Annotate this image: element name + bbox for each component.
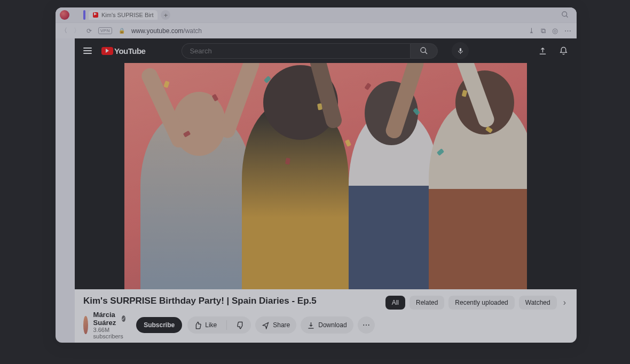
svg-line-3 [425, 52, 427, 54]
svg-point-0 [562, 12, 567, 17]
download-button[interactable]: Download [301, 316, 353, 334]
video-player[interactable] [124, 63, 527, 289]
tab-title: Kim's SUPRISE Birt [101, 12, 153, 18]
youtube-favicon-icon [93, 12, 98, 18]
address-bar[interactable]: www.youtube.com/watch [131, 27, 522, 35]
upload-icon[interactable] [538, 46, 547, 56]
subscribe-button[interactable]: Subscribe [136, 317, 182, 333]
nav-forward-button[interactable]: 〉 [74, 26, 80, 35]
subscriber-count: 3.66M subscribers [93, 327, 126, 339]
svg-rect-4 [460, 48, 461, 52]
youtube-logo[interactable]: YouTube [101, 46, 145, 56]
workspace-indicator[interactable] [83, 10, 85, 20]
more-actions-button[interactable]: ⋯ [358, 316, 375, 334]
like-label: Like [205, 321, 217, 329]
vpn-badge[interactable]: VPN [98, 27, 112, 34]
reload-button[interactable]: ⟳ [86, 27, 92, 35]
verified-badge-icon: ✓ [122, 315, 125, 322]
svg-point-2 [421, 48, 426, 52]
search-button[interactable] [410, 43, 438, 59]
youtube-play-icon [101, 47, 113, 55]
svg-line-1 [566, 15, 568, 17]
youtube-wordmark: YouTube [114, 46, 145, 56]
browser-search-icon[interactable] [561, 11, 569, 19]
channel-name[interactable]: Márcia Suárez [93, 311, 119, 327]
addressbar-more-icon[interactable]: ⋯ [564, 27, 571, 35]
share-button[interactable]: Share [255, 316, 296, 334]
video-frame [124, 63, 527, 289]
snapshot-icon[interactable]: ◎ [552, 27, 558, 35]
related-chips-row: All Related Recently uploaded Watched › [385, 296, 568, 310]
search-input[interactable] [182, 43, 410, 59]
opera-logo-icon[interactable] [60, 10, 69, 20]
dislike-button[interactable] [230, 318, 251, 333]
browser-tab[interactable]: Kim's SUPRISE Birt [89, 10, 158, 20]
chip-related[interactable]: Related [410, 296, 444, 310]
chip-all[interactable]: All [385, 296, 405, 310]
share-label: Share [273, 321, 290, 329]
new-tab-button[interactable]: + [161, 10, 170, 20]
lock-icon[interactable]: 🔒 [119, 28, 125, 34]
like-dislike-group: Like [187, 316, 251, 334]
chip-recently-uploaded[interactable]: Recently uploaded [448, 296, 514, 310]
chips-scroll-right-button[interactable]: › [561, 298, 568, 307]
hamburger-menu-button[interactable] [83, 48, 92, 54]
download-label: Download [318, 321, 346, 329]
url-host: www.youtube.com [131, 27, 183, 35]
channel-avatar[interactable] [83, 316, 88, 334]
video-title: Kim's SURPRISE Birthday Party! | Spain D… [83, 296, 375, 306]
chip-watched[interactable]: Watched [519, 296, 557, 310]
url-path: /watch [183, 27, 202, 35]
crop-icon[interactable]: ⧉ [541, 27, 546, 35]
voice-search-button[interactable] [452, 42, 469, 59]
nav-back-button[interactable]: 〈 [61, 26, 67, 35]
notifications-icon[interactable] [559, 46, 568, 56]
download-icon[interactable]: ⤓ [529, 27, 534, 35]
like-button[interactable]: Like [187, 318, 223, 333]
